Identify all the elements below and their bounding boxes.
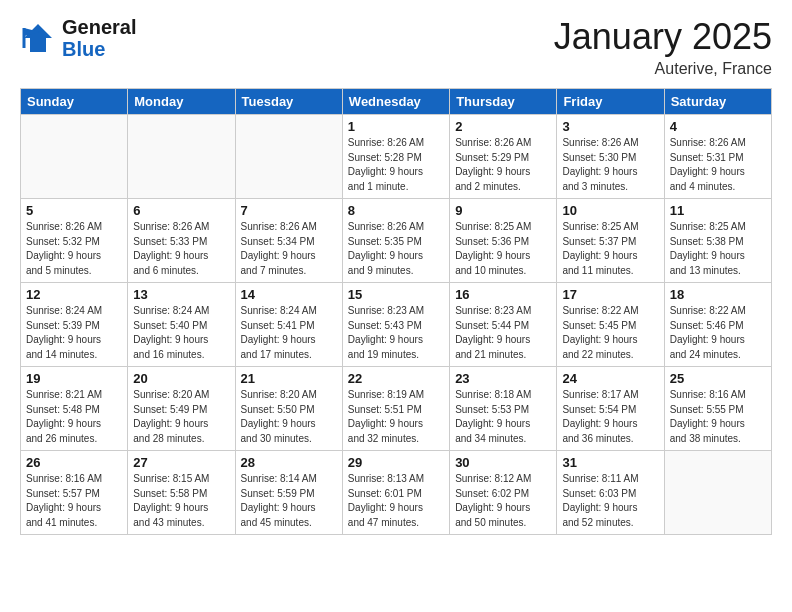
day-number: 8 (348, 203, 444, 218)
day-number: 28 (241, 455, 337, 470)
weekday-header: Saturday (664, 89, 771, 115)
day-info: Sunrise: 8:20 AM Sunset: 5:50 PM Dayligh… (241, 388, 337, 446)
calendar-cell: 6Sunrise: 8:26 AM Sunset: 5:33 PM Daylig… (128, 199, 235, 283)
day-info: Sunrise: 8:13 AM Sunset: 6:01 PM Dayligh… (348, 472, 444, 530)
logo-icon (20, 20, 56, 56)
day-info: Sunrise: 8:25 AM Sunset: 5:37 PM Dayligh… (562, 220, 658, 278)
day-number: 29 (348, 455, 444, 470)
calendar-table: SundayMondayTuesdayWednesdayThursdayFrid… (20, 88, 772, 535)
calendar-cell: 28Sunrise: 8:14 AM Sunset: 5:59 PM Dayli… (235, 451, 342, 535)
calendar-cell (235, 115, 342, 199)
day-number: 15 (348, 287, 444, 302)
day-number: 14 (241, 287, 337, 302)
day-info: Sunrise: 8:20 AM Sunset: 5:49 PM Dayligh… (133, 388, 229, 446)
weekday-header: Tuesday (235, 89, 342, 115)
day-info: Sunrise: 8:26 AM Sunset: 5:34 PM Dayligh… (241, 220, 337, 278)
calendar-cell (664, 451, 771, 535)
day-number: 23 (455, 371, 551, 386)
header: General Blue January 2025 Auterive, Fran… (20, 16, 772, 78)
day-info: Sunrise: 8:24 AM Sunset: 5:41 PM Dayligh… (241, 304, 337, 362)
logo: General Blue (20, 16, 136, 60)
day-number: 10 (562, 203, 658, 218)
calendar-cell: 17Sunrise: 8:22 AM Sunset: 5:45 PM Dayli… (557, 283, 664, 367)
day-info: Sunrise: 8:16 AM Sunset: 5:55 PM Dayligh… (670, 388, 766, 446)
calendar-cell: 9Sunrise: 8:25 AM Sunset: 5:36 PM Daylig… (450, 199, 557, 283)
day-info: Sunrise: 8:26 AM Sunset: 5:29 PM Dayligh… (455, 136, 551, 194)
calendar-cell: 8Sunrise: 8:26 AM Sunset: 5:35 PM Daylig… (342, 199, 449, 283)
calendar-cell: 24Sunrise: 8:17 AM Sunset: 5:54 PM Dayli… (557, 367, 664, 451)
day-info: Sunrise: 8:26 AM Sunset: 5:31 PM Dayligh… (670, 136, 766, 194)
weekday-header: Friday (557, 89, 664, 115)
title-block: January 2025 Auterive, France (554, 16, 772, 78)
day-number: 3 (562, 119, 658, 134)
day-number: 6 (133, 203, 229, 218)
day-info: Sunrise: 8:22 AM Sunset: 5:45 PM Dayligh… (562, 304, 658, 362)
day-info: Sunrise: 8:17 AM Sunset: 5:54 PM Dayligh… (562, 388, 658, 446)
weekday-header: Monday (128, 89, 235, 115)
calendar-cell: 2Sunrise: 8:26 AM Sunset: 5:29 PM Daylig… (450, 115, 557, 199)
day-number: 22 (348, 371, 444, 386)
day-number: 18 (670, 287, 766, 302)
calendar-cell: 26Sunrise: 8:16 AM Sunset: 5:57 PM Dayli… (21, 451, 128, 535)
calendar-cell: 20Sunrise: 8:20 AM Sunset: 5:49 PM Dayli… (128, 367, 235, 451)
day-info: Sunrise: 8:24 AM Sunset: 5:40 PM Dayligh… (133, 304, 229, 362)
day-info: Sunrise: 8:26 AM Sunset: 5:30 PM Dayligh… (562, 136, 658, 194)
calendar-cell: 23Sunrise: 8:18 AM Sunset: 5:53 PM Dayli… (450, 367, 557, 451)
page: General Blue January 2025 Auterive, Fran… (0, 0, 792, 612)
calendar-cell: 1Sunrise: 8:26 AM Sunset: 5:28 PM Daylig… (342, 115, 449, 199)
day-info: Sunrise: 8:25 AM Sunset: 5:36 PM Dayligh… (455, 220, 551, 278)
calendar-cell: 25Sunrise: 8:16 AM Sunset: 5:55 PM Dayli… (664, 367, 771, 451)
day-info: Sunrise: 8:22 AM Sunset: 5:46 PM Dayligh… (670, 304, 766, 362)
day-info: Sunrise: 8:26 AM Sunset: 5:33 PM Dayligh… (133, 220, 229, 278)
day-number: 11 (670, 203, 766, 218)
day-number: 31 (562, 455, 658, 470)
calendar-cell: 21Sunrise: 8:20 AM Sunset: 5:50 PM Dayli… (235, 367, 342, 451)
day-number: 26 (26, 455, 122, 470)
calendar-cell (21, 115, 128, 199)
day-number: 2 (455, 119, 551, 134)
day-info: Sunrise: 8:26 AM Sunset: 5:28 PM Dayligh… (348, 136, 444, 194)
day-info: Sunrise: 8:23 AM Sunset: 5:43 PM Dayligh… (348, 304, 444, 362)
day-info: Sunrise: 8:24 AM Sunset: 5:39 PM Dayligh… (26, 304, 122, 362)
day-info: Sunrise: 8:18 AM Sunset: 5:53 PM Dayligh… (455, 388, 551, 446)
day-info: Sunrise: 8:25 AM Sunset: 5:38 PM Dayligh… (670, 220, 766, 278)
calendar-cell: 22Sunrise: 8:19 AM Sunset: 5:51 PM Dayli… (342, 367, 449, 451)
day-info: Sunrise: 8:26 AM Sunset: 5:32 PM Dayligh… (26, 220, 122, 278)
day-info: Sunrise: 8:21 AM Sunset: 5:48 PM Dayligh… (26, 388, 122, 446)
day-number: 4 (670, 119, 766, 134)
weekday-header: Sunday (21, 89, 128, 115)
day-number: 20 (133, 371, 229, 386)
calendar-cell (128, 115, 235, 199)
day-info: Sunrise: 8:14 AM Sunset: 5:59 PM Dayligh… (241, 472, 337, 530)
calendar-cell: 31Sunrise: 8:11 AM Sunset: 6:03 PM Dayli… (557, 451, 664, 535)
day-info: Sunrise: 8:12 AM Sunset: 6:02 PM Dayligh… (455, 472, 551, 530)
calendar-cell: 18Sunrise: 8:22 AM Sunset: 5:46 PM Dayli… (664, 283, 771, 367)
day-number: 16 (455, 287, 551, 302)
weekday-header: Thursday (450, 89, 557, 115)
calendar-cell: 30Sunrise: 8:12 AM Sunset: 6:02 PM Dayli… (450, 451, 557, 535)
calendar-subtitle: Auterive, France (554, 60, 772, 78)
calendar-cell: 13Sunrise: 8:24 AM Sunset: 5:40 PM Dayli… (128, 283, 235, 367)
day-number: 24 (562, 371, 658, 386)
day-number: 27 (133, 455, 229, 470)
logo-text: General Blue (62, 16, 136, 60)
day-info: Sunrise: 8:15 AM Sunset: 5:58 PM Dayligh… (133, 472, 229, 530)
calendar-cell: 16Sunrise: 8:23 AM Sunset: 5:44 PM Dayli… (450, 283, 557, 367)
logo-general: General (62, 16, 136, 38)
day-number: 19 (26, 371, 122, 386)
calendar-cell: 7Sunrise: 8:26 AM Sunset: 5:34 PM Daylig… (235, 199, 342, 283)
day-info: Sunrise: 8:19 AM Sunset: 5:51 PM Dayligh… (348, 388, 444, 446)
day-number: 5 (26, 203, 122, 218)
day-info: Sunrise: 8:26 AM Sunset: 5:35 PM Dayligh… (348, 220, 444, 278)
day-number: 30 (455, 455, 551, 470)
calendar-cell: 4Sunrise: 8:26 AM Sunset: 5:31 PM Daylig… (664, 115, 771, 199)
day-number: 21 (241, 371, 337, 386)
day-number: 17 (562, 287, 658, 302)
day-number: 1 (348, 119, 444, 134)
calendar-cell: 14Sunrise: 8:24 AM Sunset: 5:41 PM Dayli… (235, 283, 342, 367)
day-number: 7 (241, 203, 337, 218)
calendar-cell: 10Sunrise: 8:25 AM Sunset: 5:37 PM Dayli… (557, 199, 664, 283)
day-number: 9 (455, 203, 551, 218)
day-number: 13 (133, 287, 229, 302)
logo-blue: Blue (62, 38, 105, 60)
